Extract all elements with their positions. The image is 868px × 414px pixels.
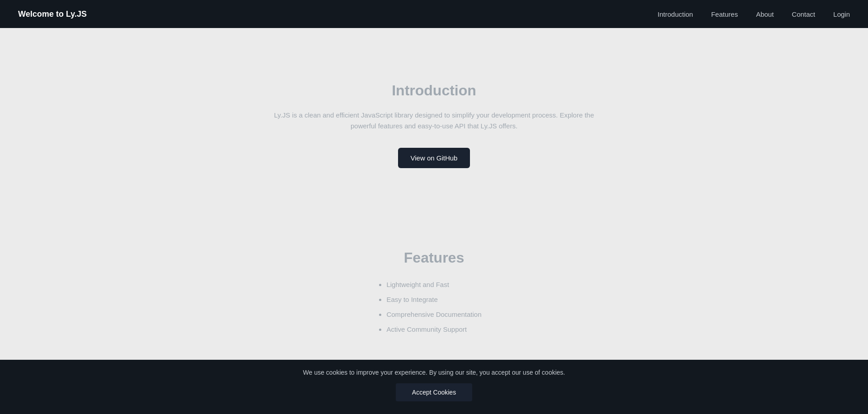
cookie-text: We use cookies to improve your experienc… [303,369,565,376]
features-list: Lightweight and Fast Easy to Integrate C… [386,277,481,337]
nav-link-login[interactable]: Login [833,10,850,18]
navbar: Welcome to Ly.JS Introduction Features A… [0,0,868,28]
intro-description: Ly.JS is a clean and efficient JavaScrip… [262,110,606,132]
list-item: Comprehensive Documentation [386,307,481,322]
nav-link-introduction[interactable]: Introduction [658,10,693,18]
features-section: Features Lightweight and Fast Easy to In… [0,213,868,382]
nav-link-features[interactable]: Features [711,10,738,18]
main-content: Introduction Ly.JS is a clean and effici… [0,0,868,414]
view-on-github-button[interactable]: View on GitHub [398,148,470,168]
navbar-links: Introduction Features About Contact Logi… [658,10,850,18]
intro-section: Introduction Ly.JS is a clean and effici… [0,28,868,213]
cookie-banner: We use cookies to improve your experienc… [0,360,868,414]
accept-cookies-button[interactable]: Accept Cookies [396,383,472,401]
nav-link-contact[interactable]: Contact [792,10,816,18]
navbar-brand[interactable]: Welcome to Ly.JS [18,9,87,19]
list-item: Lightweight and Fast [386,277,481,292]
list-item: Active Community Support [386,322,481,337]
nav-link-about[interactable]: About [756,10,773,18]
features-title: Features [404,249,464,266]
intro-title: Introduction [392,82,476,99]
list-item: Easy to Integrate [386,292,481,307]
